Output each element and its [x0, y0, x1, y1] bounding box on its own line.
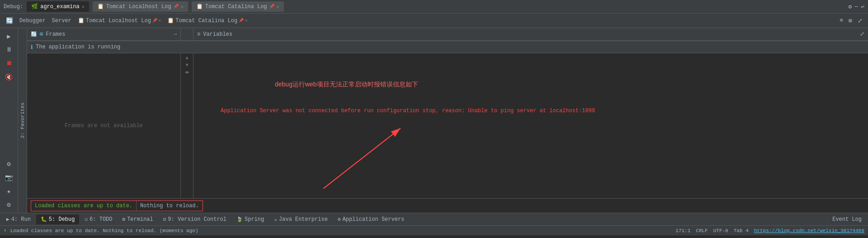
bottom-tabs: ▶ 4: Run 🐛 5: Debug ☑ 6: TODO ⊞ Terminal…: [0, 213, 868, 225]
frames-action-icon[interactable]: →: [174, 31, 177, 38]
event-log-label: Event Log: [832, 216, 862, 223]
run-icon: ▶: [6, 216, 9, 222]
minimize-icon[interactable]: —: [854, 3, 858, 10]
tab-tomcat-localhost[interactable]: 📋 Tomcat Localhost Log 📌 ✕: [93, 1, 188, 12]
bottom-tab-debug[interactable]: 🐛 5: Debug: [36, 214, 80, 224]
tab-close-icon[interactable]: ✕: [82, 4, 85, 10]
reload-frames-icon[interactable]: 🔄: [31, 31, 37, 37]
svg-line-1: [323, 128, 401, 188]
arrow-panel-header: [181, 28, 193, 40]
sidebar-play-icon[interactable]: ▶: [2, 30, 16, 43]
tomcat-catalina-icon2: 📋: [167, 17, 174, 24]
sidebar-pause-icon[interactable]: ⏸: [2, 43, 16, 56]
tab-tomcat-catalina-icon: 📋: [196, 3, 203, 10]
debug-tab-label: 5: Debug: [49, 216, 75, 223]
position-text: 171:1: [675, 228, 690, 233]
notification-nothing-text: Nothing to reload.: [137, 201, 203, 211]
java-tab-label: Java Enterprise: [279, 216, 328, 223]
expand-variables-icon[interactable]: ⤢: [860, 31, 864, 38]
frames-empty-text: Frames are not available: [65, 123, 143, 129]
debug-icon: 🐛: [41, 216, 47, 222]
tomcat-localhost-icon2: 📋: [78, 17, 85, 24]
variables-expand-btn[interactable]: ⤢: [860, 31, 864, 38]
frames-actions: →: [174, 31, 177, 38]
tab-tomcat-localhost-close[interactable]: ✕: [181, 4, 184, 10]
tab-tomcat-catalina[interactable]: 📋 Tomcat Catalina Log 📌 ✕: [192, 1, 284, 12]
terminal-icon: ⊞: [123, 216, 126, 222]
menu-icon[interactable]: ≡: [838, 16, 845, 25]
tomcat-localhost-tab2[interactable]: 📋 Tomcat Localhost Log 📌 ✕: [75, 16, 163, 25]
notification-area: Loaded classes are up to date. Nothing t…: [27, 198, 868, 213]
charset-text: UTF-8: [713, 228, 728, 233]
infinity-icon[interactable]: ∞: [185, 70, 189, 75]
bottom-tab-terminal[interactable]: ⊞ Terminal: [118, 214, 158, 224]
error-message-text: Application Server was not connected bef…: [221, 108, 595, 114]
title-bar-left: Debug: 🌿 agro_examina ✕ 📋 Tomcat Localho…: [4, 1, 284, 12]
frames-icon: ⊞: [40, 31, 43, 38]
bottom-tab-app-servers[interactable]: ⚙ Application Servers: [333, 214, 409, 224]
sidebar-stop-icon[interactable]: ⏹: [2, 57, 16, 70]
tab-icon: 🌿: [31, 3, 38, 10]
close-tab2[interactable]: ✕: [159, 18, 161, 23]
status-bar-right: 171:1 CRLF UTF-8 Tab 4 https://blog.csdn…: [675, 228, 864, 233]
bottom-tab-spring[interactable]: 🍃 Spring: [232, 214, 269, 224]
frames-title: Frames: [46, 31, 65, 38]
settings-icon[interactable]: ⚙: [849, 3, 852, 10]
notification-loaded-text: Loaded classes are up to date.: [31, 201, 137, 211]
title-bar: Debug: 🌿 agro_examina ✕ 📋 Tomcat Localho…: [0, 0, 868, 14]
panels-header: 🔄 ⊞ Frames → ≡ Variables ⤢: [27, 28, 868, 41]
active-tab[interactable]: 🌿 agro_examina ✕: [27, 1, 89, 12]
bottom-tab-todo[interactable]: ☑ 6: TODO: [80, 214, 117, 224]
close-window-icon[interactable]: ↩: [861, 3, 864, 10]
status-bar-text: Loaded classes are up to date. Nothing t…: [10, 228, 198, 233]
tab-tomcat-localhost-icon: 📋: [97, 3, 104, 10]
blog-link[interactable]: https://blog.csdn.net/weixin_38174468: [754, 228, 864, 233]
reload-btn[interactable]: 🔄: [4, 16, 15, 26]
status-bar: ⬇ Loaded classes are up to date. Nothing…: [0, 225, 868, 235]
server-tab[interactable]: Server: [50, 16, 74, 25]
favorites-label: 2: Favorites: [20, 102, 25, 138]
debug-label: Debug:: [4, 4, 23, 10]
variables-title: Variables: [203, 31, 232, 38]
bottom-tab-run[interactable]: ▶ 4: Run: [2, 214, 35, 224]
info-bar: ℹ The application is running: [27, 41, 868, 53]
tab-label: agro_examina: [40, 4, 79, 10]
todo-tab-label: 6: TODO: [90, 216, 112, 223]
sidebar-star-icon[interactable]: ★: [2, 185, 16, 197]
sidebar-gear-icon[interactable]: ⚙: [2, 157, 16, 170]
frames-header: 🔄 ⊞ Frames →: [27, 28, 181, 40]
tab-tomcat-catalina-close[interactable]: ✕: [277, 4, 279, 10]
app-servers-icon: ⚙: [338, 216, 341, 222]
sidebar-mute-icon[interactable]: 🔇: [2, 71, 16, 83]
info-circle-icon: ℹ: [31, 44, 33, 51]
tab-tomcat-localhost-label: Tomcat Localhost Log: [106, 4, 171, 10]
vcs-icon: ⊡: [163, 216, 166, 222]
app-servers-tab-label: Application Servers: [342, 216, 404, 223]
terminal-tab-label: Terminal: [127, 216, 153, 223]
sidebar-camera-icon[interactable]: 📷: [2, 171, 16, 184]
spring-tab-label: Spring: [245, 216, 264, 223]
run-tab-label: 4: Run: [11, 216, 31, 223]
debug-area: 🔄 ⊞ Frames → ≡ Variables ⤢ ℹ The applica…: [27, 28, 868, 213]
java-icon: ☕: [274, 216, 277, 222]
tomcat-catalina-tab2[interactable]: 📋 Tomcat Catalina Log 📌 ✕: [165, 16, 250, 25]
tab-tomcat-catalina-label: Tomcat Catalina Log: [205, 4, 267, 10]
sidebar-settings-icon[interactable]: ⚙: [2, 198, 16, 211]
layout-icon[interactable]: ⊞: [847, 16, 854, 25]
status-loaded-icon: ⬇: [4, 228, 7, 233]
encoding-text: CRLF: [696, 228, 708, 233]
expand-icon[interactable]: ⤢: [856, 16, 864, 25]
variables-panel-body: debug运行web项目无法正常启动时报错误信息如下 Application S…: [193, 53, 868, 198]
bottom-tab-event-log[interactable]: Event Log: [828, 214, 866, 224]
arrow-up-icon[interactable]: ▲: [185, 55, 189, 61]
spring-icon: 🍃: [236, 216, 243, 222]
close-tab3[interactable]: ✕: [245, 18, 247, 23]
left-sidebar: ▶ ⏸ ⏹ 🔇 ⚙ 📷 ★ ⚙: [0, 28, 18, 213]
bottom-tab-vcs[interactable]: ⊡ 9: Version Control: [159, 214, 231, 224]
bottom-tab-java[interactable]: ☕ Java Enterprise: [269, 214, 332, 224]
favorites-bar[interactable]: 2: Favorites: [18, 28, 27, 213]
debugger-tab[interactable]: Debugger: [17, 16, 48, 25]
variables-icon: ≡: [197, 31, 200, 38]
error-message-container: Application Server was not connected bef…: [221, 108, 595, 114]
arrow-down-icon[interactable]: ▼: [185, 62, 189, 68]
